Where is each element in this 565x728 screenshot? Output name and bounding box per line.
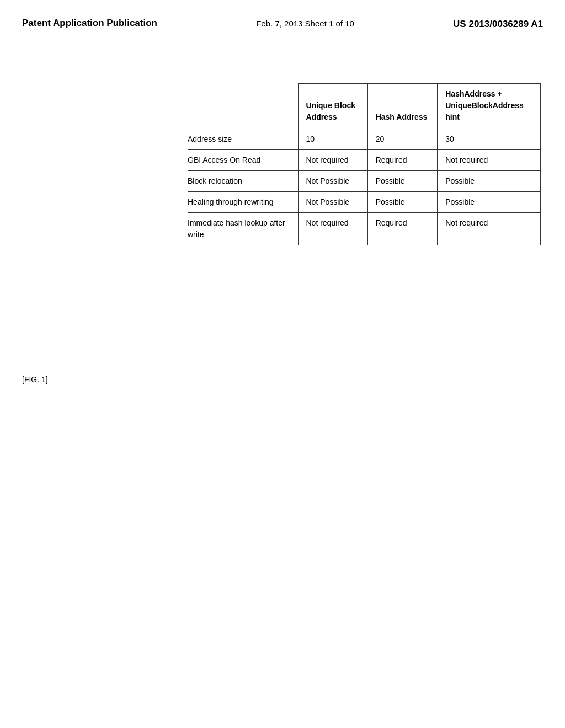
row-label: Address size [188,129,298,150]
row-label: Healing through rewriting [188,192,298,213]
header-right-patent: US 2013/0036289 A1 [453,17,543,30]
data-table-container: Unique Block Address Hash Address HashAd… [188,83,541,245]
figure-label: [FIG. 1] [22,375,48,384]
table-row: Address size102030 [188,129,541,150]
cell-unique-block: Not Possible [298,192,367,213]
cell-hash-unique: Not required [438,150,541,171]
row-label: Immediate hash lookup after write [188,213,298,245]
cell-unique-block: Not required [298,213,367,245]
page-header: Patent Application Publication Feb. 7, 2… [0,0,565,38]
header-left-title: Patent Application Publication [22,17,157,30]
cell-unique-block: Not required [298,150,367,171]
cell-hash-unique: Not required [438,213,541,245]
cell-unique-block: 10 [298,129,367,150]
cell-hash-address: Possible [367,192,438,213]
table-row: Immediate hash lookup after writeNot req… [188,213,541,245]
table-row: Healing through rewritingNot PossiblePos… [188,192,541,213]
row-label: Block relocation [188,171,298,192]
col-header-hash-address: Hash Address [367,83,438,129]
cell-unique-block: Not Possible [298,171,367,192]
row-label: GBI Access On Read [188,150,298,171]
table-row: Block relocationNot PossiblePossiblePoss… [188,171,541,192]
cell-hash-unique: Possible [438,192,541,213]
cell-hash-address: 20 [367,129,438,150]
col-header-empty [188,83,298,129]
cell-hash-unique: 30 [438,129,541,150]
cell-hash-address: Required [367,213,438,245]
cell-hash-address: Possible [367,171,438,192]
col-header-unique-block: Unique Block Address [298,83,367,129]
col-header-hash-unique: HashAddress + UniqueBlockAddress hint [438,83,541,129]
comparison-table: Unique Block Address Hash Address HashAd… [188,83,541,245]
table-row: GBI Access On ReadNot requiredRequiredNo… [188,150,541,171]
header-center-date: Feb. 7, 2013 Sheet 1 of 10 [256,17,354,28]
cell-hash-address: Required [367,150,438,171]
cell-hash-unique: Possible [438,171,541,192]
